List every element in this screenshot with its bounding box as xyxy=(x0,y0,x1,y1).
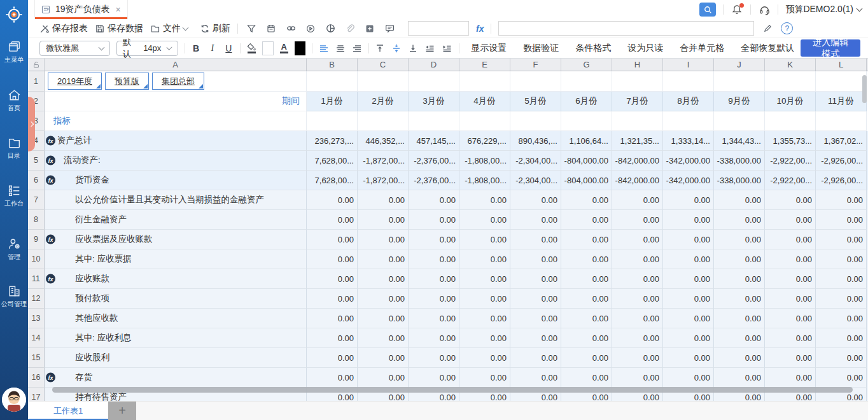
cell[interactable]: 0.00 xyxy=(561,190,612,210)
tab-close-icon[interactable]: × xyxy=(116,4,121,15)
cell[interactable]: 236,273,... xyxy=(307,131,358,151)
cell[interactable]: 0.00 xyxy=(307,328,358,348)
month-header-cell[interactable]: 7月份 xyxy=(612,92,663,111)
cell[interactable]: 0.00 xyxy=(561,368,612,388)
cell[interactable]: 0.00 xyxy=(510,269,561,289)
cell[interactable]: 0.00 xyxy=(459,289,510,309)
cell[interactable]: 0.00 xyxy=(510,249,561,269)
cell[interactable]: 0.00 xyxy=(358,269,409,289)
row-label-cell[interactable]: 以公允价值计量且其变动计入当期损益的金融资产 xyxy=(45,190,307,210)
row-number[interactable]: 1 xyxy=(28,71,45,92)
cell[interactable]: 0.00 xyxy=(714,309,765,328)
cell[interactable]: -342,000.00 xyxy=(663,151,714,171)
valign-middle-button[interactable] xyxy=(391,43,402,53)
month-header-cell[interactable]: 8月份 xyxy=(663,92,714,111)
cell[interactable]: 0.00 xyxy=(714,230,765,249)
column-header-F[interactable]: F xyxy=(510,59,561,71)
cell[interactable]: 0.00 xyxy=(714,328,765,348)
cell[interactable]: 0.00 xyxy=(307,269,358,289)
cell[interactable] xyxy=(358,111,409,131)
row-number[interactable]: 9 xyxy=(28,230,45,249)
vertical-scrollbar[interactable] xyxy=(862,75,867,103)
cell[interactable]: 0.00 xyxy=(663,309,714,328)
cell[interactable]: 0.00 xyxy=(510,309,561,328)
row-number[interactable]: 14 xyxy=(28,328,45,348)
row-number[interactable]: 16 xyxy=(28,368,45,388)
cell[interactable]: 0.00 xyxy=(816,289,867,309)
cell[interactable]: 0.00 xyxy=(459,309,510,328)
sidebar-item-home[interactable]: 首页 xyxy=(0,88,28,113)
cell[interactable]: 0.00 xyxy=(459,230,510,249)
cell[interactable]: 0.00 xyxy=(816,249,867,269)
cell[interactable] xyxy=(510,71,561,92)
cell[interactable] xyxy=(765,71,816,92)
cell[interactable]: 0.00 xyxy=(358,230,409,249)
cell[interactable]: 1,333,14... xyxy=(663,131,714,151)
cell[interactable]: 0.00 xyxy=(510,328,561,348)
cell[interactable]: -2,376,00... xyxy=(409,151,459,171)
dimension-selector[interactable]: 集团总部 xyxy=(152,73,204,90)
cell[interactable]: -2,922,00... xyxy=(765,171,816,190)
cell[interactable]: -804,000.00 xyxy=(561,171,612,190)
row-number[interactable]: 7 xyxy=(28,190,45,210)
cell[interactable]: 0.00 xyxy=(765,348,816,368)
row-label-cell[interactable]: 其他应收款 xyxy=(45,309,307,328)
comment-button[interactable] xyxy=(383,23,396,34)
column-header-K[interactable]: K xyxy=(765,59,816,71)
increase-indent-button[interactable] xyxy=(442,43,452,53)
sidebar-item-workbench[interactable]: 工作台 xyxy=(0,183,28,208)
column-header-B[interactable]: B xyxy=(307,59,358,71)
cell[interactable]: 1,367,02... xyxy=(816,131,867,151)
sheet-tab[interactable]: 工作表1 xyxy=(28,402,108,420)
align-right-button[interactable] xyxy=(352,43,362,53)
cell[interactable]: 0.00 xyxy=(561,230,612,249)
cell[interactable]: 0.00 xyxy=(612,328,663,348)
report-tab[interactable]: 19资产负债表 × xyxy=(34,0,128,19)
cell[interactable]: 0.00 xyxy=(561,249,612,269)
row-label-cell[interactable]: 应收股利 xyxy=(45,348,307,368)
cell[interactable]: 676,229,... xyxy=(459,131,510,151)
app-logo-icon[interactable] xyxy=(0,6,28,24)
cell[interactable]: 0.00 xyxy=(510,230,561,249)
cell[interactable]: 0.00 xyxy=(409,230,459,249)
cell[interactable] xyxy=(510,111,561,131)
cell[interactable] xyxy=(612,71,663,92)
cell[interactable]: 0.00 xyxy=(561,289,612,309)
cell[interactable] xyxy=(663,71,714,92)
cell[interactable]: 7,628,00... xyxy=(307,171,358,190)
font-size-select[interactable]: 默认 14px xyxy=(116,41,178,56)
restore-defaults-button[interactable]: 全部恢复默认 xyxy=(741,43,794,54)
cell[interactable]: 1,106,64... xyxy=(561,131,612,151)
cell[interactable]: -2,922,00... xyxy=(765,151,816,171)
cell[interactable]: 0.00 xyxy=(612,309,663,328)
conditional-format-button[interactable]: 条件格式 xyxy=(575,43,611,54)
cell[interactable]: 0.00 xyxy=(409,328,459,348)
row-label-cell[interactable]: 其中: 应收票据 xyxy=(45,249,307,269)
cell[interactable]: 0.00 xyxy=(561,328,612,348)
cell[interactable]: 0.00 xyxy=(307,210,358,230)
sidebar-item-main-menu[interactable]: 主菜单 xyxy=(0,39,28,64)
row-label-cell[interactable]: fx应收票据及应收账款 xyxy=(45,230,307,249)
edit-formula-button[interactable] xyxy=(761,24,774,33)
cell[interactable]: 0.00 xyxy=(459,368,510,388)
valign-bottom-button[interactable] xyxy=(408,43,418,53)
cell[interactable] xyxy=(409,71,459,92)
cell[interactable]: 0.00 xyxy=(816,368,867,388)
enter-edit-mode-button[interactable]: 进入编辑模式 xyxy=(801,39,860,57)
cell[interactable]: -2,376,00... xyxy=(409,171,459,190)
formula-input[interactable] xyxy=(498,21,754,36)
cell[interactable]: 0.00 xyxy=(765,269,816,289)
cell[interactable]: 0.00 xyxy=(459,348,510,368)
cell[interactable]: 0.00 xyxy=(714,269,765,289)
cell[interactable]: -342,000.00 xyxy=(663,171,714,190)
cell[interactable]: 0.00 xyxy=(663,190,714,210)
display-settings-button[interactable]: 显示设置 xyxy=(471,43,507,54)
cell[interactable] xyxy=(714,111,765,131)
month-header-cell[interactable]: 2月份 xyxy=(358,92,409,111)
month-header-cell[interactable]: 5月份 xyxy=(510,92,561,111)
sidebar-item-admin[interactable]: 管理 xyxy=(0,237,28,262)
cell[interactable]: -1,872,00... xyxy=(358,171,409,190)
workspace-switcher[interactable]: 预算DEMO2.0(1) xyxy=(785,4,862,15)
cell[interactable]: 0.00 xyxy=(459,190,510,210)
add-widget-button[interactable] xyxy=(363,24,376,34)
